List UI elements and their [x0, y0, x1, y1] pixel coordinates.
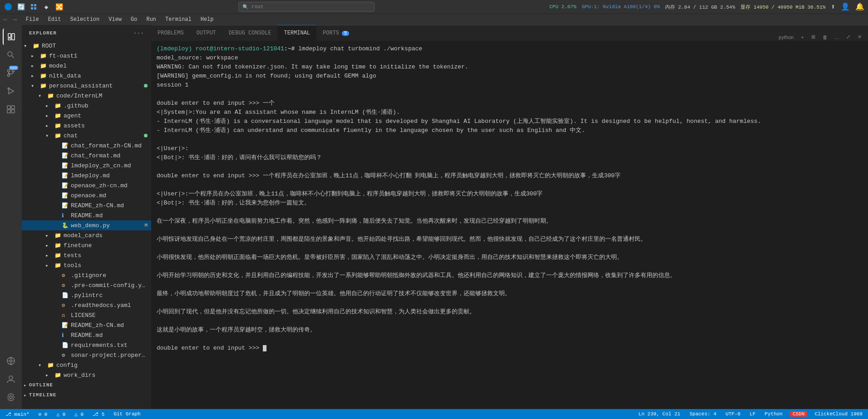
git-branch[interactable]: ⎇ main*: [4, 411, 31, 417]
tab-terminal[interactable]: TERMINAL: [277, 25, 316, 41]
activity-extensions[interactable]: [3, 101, 19, 117]
tree-lmdeploy-zh[interactable]: 📝 lmdeploy_zh_cn.md: [22, 161, 151, 171]
tree-github[interactable]: ▸ 📁 .github: [22, 101, 151, 111]
tree-work-dirs[interactable]: ▸ 📁 work_dirs: [22, 370, 151, 380]
menu-terminal[interactable]: Terminal: [162, 15, 195, 24]
svg-rect-7: [8, 38, 11, 40]
statusbar-left: ⎇ main* ⊘ 0 △ 0 △ 0 ⎇ 5 Git Graph: [4, 411, 143, 417]
term-blank-7: [157, 262, 863, 271]
nav-back[interactable]: ←: [4, 16, 7, 23]
terminal-python-selector[interactable]: python: [776, 34, 796, 41]
info-count[interactable]: △ 0: [73, 411, 85, 417]
spaces[interactable]: Spaces: 4: [688, 411, 718, 417]
encoding[interactable]: UTF-8: [724, 411, 742, 417]
tree-assets[interactable]: ▸ 📁 assets: [22, 121, 151, 131]
tree-agent[interactable]: ▸ 📁 agent: [22, 111, 151, 121]
tree-tests[interactable]: ▸ 📁 tests: [22, 250, 151, 260]
tree-tools[interactable]: ▸ 📁 tools: [22, 260, 151, 270]
terminal-kill-button[interactable]: 🗑: [820, 34, 830, 41]
tree-label: code/InternLM: [56, 93, 148, 99]
tree-model-cards[interactable]: ▸ 📁 model_cards: [22, 230, 151, 240]
tree-openaoe-zh[interactable]: 📝 openaoe_zh-cn.md: [22, 180, 151, 190]
sidebar-timeline-section[interactable]: ▸ TIMELINE: [22, 390, 151, 400]
tree-readthedocs[interactable]: ⚙ .readthedocs.yaml: [22, 300, 151, 310]
tree-pre-commit[interactable]: ⚙ .pre-commit-config.yaml: [22, 280, 151, 290]
term-line-4: session 1: [157, 81, 863, 90]
tree-ft-oast1[interactable]: ▸ 📁 ft-oast1: [22, 51, 151, 61]
sidebar-more-icon[interactable]: ···: [133, 30, 144, 36]
terminal-maximize-button[interactable]: ⤢: [843, 33, 853, 41]
term-input-line: double enter to end input >>>: [157, 344, 863, 353]
tree-readme2[interactable]: ℹ README.md: [22, 330, 151, 340]
activity-settings[interactable]: [3, 389, 19, 405]
activity-search[interactable]: [3, 47, 19, 63]
warnings-count[interactable]: △ 0: [54, 411, 67, 417]
terminal-close-button[interactable]: ✕: [855, 33, 864, 41]
global-search[interactable]: 🔍 root: [238, 2, 375, 12]
tab-debug-console[interactable]: DEBUG CONSOLE: [222, 25, 278, 41]
menu-view[interactable]: View: [105, 15, 125, 24]
tree-openaoe[interactable]: 📝 openaoe.md: [22, 190, 151, 200]
git-graph[interactable]: Git Graph: [112, 411, 142, 417]
tree-config[interactable]: ▾ 📁 config: [22, 360, 151, 370]
activity-account[interactable]: [3, 371, 19, 387]
language-mode[interactable]: Python: [763, 411, 784, 417]
activity-source-control[interactable]: 503: [3, 65, 19, 81]
terminal-split-button[interactable]: ⊞: [809, 33, 818, 41]
folder-icon: 📁: [54, 252, 62, 259]
menu-edit[interactable]: Edit: [44, 15, 65, 24]
menu-go[interactable]: Go: [127, 15, 141, 24]
terminal-add-button[interactable]: +: [798, 34, 806, 41]
tree-model[interactable]: ▸ 📁 model: [22, 61, 151, 71]
menu-run[interactable]: Run: [143, 15, 160, 24]
terminal-content[interactable]: (lmdeploy) root@intern-studio-121041:~# …: [151, 41, 868, 409]
errors-count[interactable]: ⊘ 0: [37, 411, 49, 417]
tab-problems[interactable]: PROBLEMS: [151, 25, 190, 41]
tree-lmdeploy[interactable]: 📝 lmdeploy.md: [22, 171, 151, 180]
tree-chat[interactable]: ▾ 📁 chat: [22, 131, 151, 141]
tree-label: requirements.txt: [71, 342, 148, 349]
terminal-more-button[interactable]: ...: [832, 34, 842, 41]
tree-label: tests: [64, 252, 148, 259]
ln-col[interactable]: Ln 239, Col 21: [636, 411, 682, 417]
chevron-right-icon: ▸: [45, 252, 53, 259]
tree-pylintrc[interactable]: 📄 .pylintrc: [22, 290, 151, 300]
menu-selection[interactable]: Selection: [66, 15, 103, 24]
tree-finetune[interactable]: ▸ 📁 finetune: [22, 240, 151, 250]
tree-chat-format[interactable]: 📝 chat_format.md: [22, 151, 151, 161]
activity-explorer[interactable]: [3, 29, 19, 45]
tree-readme-zh[interactable]: 📝 README_zh-CN.md: [22, 200, 151, 210]
tree-readme[interactable]: ℹ README.md: [22, 210, 151, 220]
nav-forward[interactable]: →: [13, 16, 16, 23]
timeline-label: TIMELINE: [29, 392, 57, 398]
tab-ports[interactable]: PORTS 5: [316, 25, 355, 41]
tab-output-label: OUTPUT: [197, 30, 216, 36]
tree-web-demo-py[interactable]: 🐍 web_demo.py M: [22, 220, 151, 230]
tree-gitignore[interactable]: ⚙ .gitignore: [22, 270, 151, 280]
menu-help[interactable]: Help: [197, 15, 217, 24]
statusbar: ⎇ main* ⊘ 0 △ 0 △ 0 ⎇ 5 Git Graph Ln 239…: [0, 409, 868, 419]
git-count[interactable]: ⎇ 5: [91, 411, 106, 417]
tree-personal-assistant[interactable]: ▾ 📁 personal_assistant: [22, 81, 151, 91]
tree-sonar[interactable]: ⚙ sonar-project.properties: [22, 350, 151, 360]
line-ending[interactable]: LF: [748, 411, 757, 417]
reload-icon[interactable]: 🔄: [16, 2, 25, 11]
extra-label: ClickeCloud 1988: [813, 411, 864, 417]
activity-run-debug[interactable]: [3, 83, 19, 99]
folder-icon: 📁: [40, 73, 47, 79]
tree-nltk-data[interactable]: ▸ 📁 nltk_data: [22, 71, 151, 81]
tab-output[interactable]: OUTPUT: [190, 25, 222, 41]
menu-file[interactable]: File: [22, 15, 43, 24]
sidebar-outline-section[interactable]: ▸ OUTLINE: [22, 380, 151, 390]
tree-chat-format-zh[interactable]: 📝 chat_format_zh-CN.md: [22, 141, 151, 151]
app-icon: [4, 2, 13, 11]
activity-remote[interactable]: [3, 353, 19, 369]
tree-code-internlm[interactable]: ▾ 📁 code/InternLM: [22, 91, 151, 101]
activitybar-bottom: [3, 353, 19, 409]
tree-root[interactable]: ▾ 📁 ROOT: [22, 41, 151, 51]
modified-dot: [144, 134, 148, 137]
term-line-1: model_source: workspace: [157, 54, 863, 63]
tree-readme-zh2[interactable]: 📝 README_zh-CN.md: [22, 320, 151, 330]
tree-license[interactable]: ⚖ LICENSE: [22, 310, 151, 320]
tree-requirements[interactable]: 📄 requirements.txt: [22, 340, 151, 350]
